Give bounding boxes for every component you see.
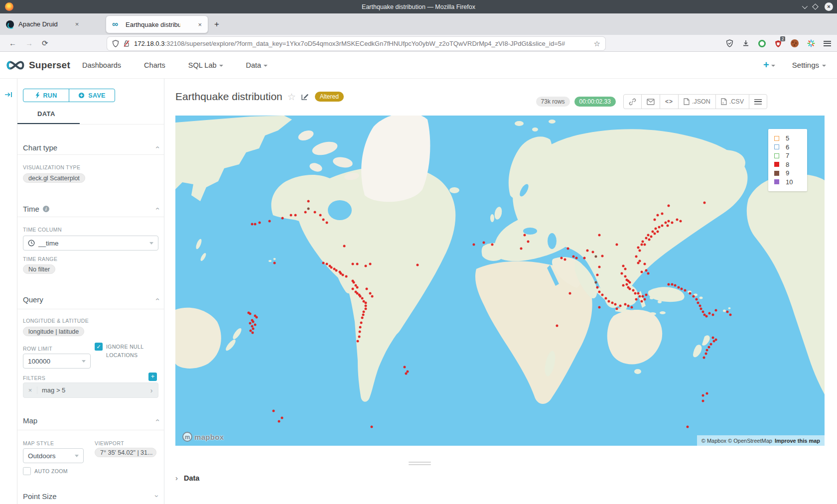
earthquake-point[interactable]: [702, 356, 705, 359]
earthquake-point[interactable]: [255, 316, 258, 319]
earthquake-point[interactable]: [595, 281, 597, 284]
earthquake-point[interactable]: [491, 243, 493, 246]
earthquake-point[interactable]: [715, 338, 717, 341]
time-column-select[interactable]: __time: [23, 236, 158, 251]
earthquake-point[interactable]: [325, 222, 328, 224]
earthquake-point[interactable]: [642, 240, 644, 243]
earthquake-point[interactable]: [249, 322, 251, 325]
earthquake-point[interactable]: [668, 220, 670, 223]
earthquake-point[interactable]: [709, 343, 712, 345]
earthquake-point[interactable]: [616, 307, 618, 310]
tab-close-icon[interactable]: ×: [75, 20, 79, 28]
earthquake-point[interactable]: [369, 292, 371, 295]
earthquake-point[interactable]: [664, 221, 667, 224]
url-bar[interactable]: 172.18.0.3:32108/superset/explore/?form_…: [107, 37, 605, 50]
earthquake-point[interactable]: [362, 311, 365, 313]
expand-datasource-icon[interactable]: [4, 90, 12, 99]
auto-zoom-checkbox[interactable]: [23, 467, 31, 475]
earthquake-point[interactable]: [520, 248, 523, 250]
earthquake-point[interactable]: [272, 409, 275, 412]
earthquake-point[interactable]: [403, 366, 406, 369]
earthquake-point[interactable]: [289, 214, 292, 216]
earthquake-point[interactable]: [658, 226, 660, 229]
share-link-button[interactable]: [624, 95, 641, 109]
earthquake-point[interactable]: [625, 283, 628, 285]
earthquake-point[interactable]: [567, 248, 569, 250]
earthquake-point[interactable]: [642, 295, 644, 298]
earthquake-point[interactable]: [650, 235, 653, 238]
earthquake-point[interactable]: [356, 286, 358, 288]
bookmark-star-icon[interactable]: ☆: [594, 39, 600, 48]
earthquake-point[interactable]: [629, 281, 631, 284]
earthquake-point[interactable]: [711, 337, 714, 339]
row-limit-select[interactable]: 100000: [23, 354, 91, 369]
earthquake-point[interactable]: [319, 214, 321, 216]
earthquake-point[interactable]: [698, 304, 701, 307]
earthquake-point[interactable]: [343, 245, 345, 247]
earthquake-point[interactable]: [637, 292, 640, 295]
earthquake-point[interactable]: [307, 200, 310, 202]
save-button[interactable]: SAVE: [69, 89, 115, 102]
email-button[interactable]: [641, 95, 660, 109]
earthquake-point[interactable]: [644, 243, 646, 246]
downloads-icon[interactable]: [742, 39, 750, 47]
earthquake-point[interactable]: [524, 234, 526, 237]
window-titlebar[interactable]: Earthquake distribution — Mozilla Firefo…: [0, 0, 837, 13]
earthquake-point[interactable]: [601, 294, 604, 296]
earthquake-point[interactable]: [616, 243, 618, 246]
earthquake-point[interactable]: [679, 220, 682, 223]
earthquake-point[interactable]: [687, 426, 689, 428]
superset-logo[interactable]: Superset: [5, 60, 70, 71]
earthquake-point[interactable]: [624, 275, 626, 277]
earthquake-point[interactable]: [637, 261, 640, 264]
earthquake-point[interactable]: [645, 269, 647, 271]
earthquake-point[interactable]: [711, 314, 714, 316]
earthquake-point[interactable]: [364, 264, 367, 267]
viewport-value[interactable]: 7° 35' 54.02" | 31...: [95, 448, 156, 457]
earthquake-point[interactable]: [648, 239, 651, 241]
favorite-star-icon[interactable]: ☆: [287, 91, 296, 103]
earthquake-point[interactable]: [638, 250, 641, 252]
add-filter-button[interactable]: +: [148, 373, 157, 381]
earthquake-point[interactable]: [702, 394, 704, 397]
earthquake-point[interactable]: [622, 264, 625, 267]
earthquake-point[interactable]: [619, 304, 621, 307]
earthquake-point[interactable]: [715, 309, 717, 312]
earthquake-point[interactable]: [653, 218, 656, 221]
earthquake-point[interactable]: [259, 222, 261, 224]
earthquake-point[interactable]: [249, 313, 251, 315]
earthquake-point[interactable]: [705, 315, 707, 318]
time-range-value[interactable]: No filter: [23, 264, 55, 274]
earthquake-point[interactable]: [696, 298, 698, 301]
earthquake-point[interactable]: [364, 301, 367, 304]
earthquake-point[interactable]: [702, 311, 704, 313]
earthquake-point[interactable]: [342, 274, 344, 276]
earthquake-point[interactable]: [364, 304, 367, 307]
export-csv-button[interactable]: x .CSV: [715, 95, 749, 109]
earthquake-point[interactable]: [677, 286, 680, 288]
earthquake-point[interactable]: [252, 331, 254, 334]
earthquake-point[interactable]: [252, 327, 255, 330]
earthquake-point[interactable]: [556, 324, 558, 327]
earthquake-point[interactable]: [294, 214, 297, 216]
earthquake-point[interactable]: [702, 399, 704, 402]
earthquake-point[interactable]: [361, 297, 364, 299]
earthquake-point[interactable]: [359, 331, 361, 333]
new-item-button[interactable]: +: [763, 59, 775, 71]
earthquake-point[interactable]: [596, 274, 598, 276]
earthquake-point[interactable]: [624, 303, 626, 305]
export-json-button[interactable]: .JSON: [678, 95, 715, 109]
earthquake-point[interactable]: [697, 301, 699, 304]
legend-item-9[interactable]: 9: [774, 169, 801, 178]
earthquake-point[interactable]: [601, 254, 604, 257]
earthquake-point[interactable]: [280, 416, 283, 419]
earthquake-point[interactable]: [666, 225, 669, 227]
earthquake-point[interactable]: [674, 284, 677, 287]
earthquake-point[interactable]: [473, 243, 475, 246]
tab-earthquake-distribution[interactable]: ∞ Earthquake distribution ×: [106, 15, 208, 33]
settings-menu[interactable]: Settings: [792, 61, 826, 69]
earthquake-point[interactable]: [684, 289, 686, 291]
earthquake-point[interactable]: [608, 300, 610, 302]
legend-item-5[interactable]: 5: [774, 134, 801, 143]
earthquake-point[interactable]: [640, 243, 643, 246]
